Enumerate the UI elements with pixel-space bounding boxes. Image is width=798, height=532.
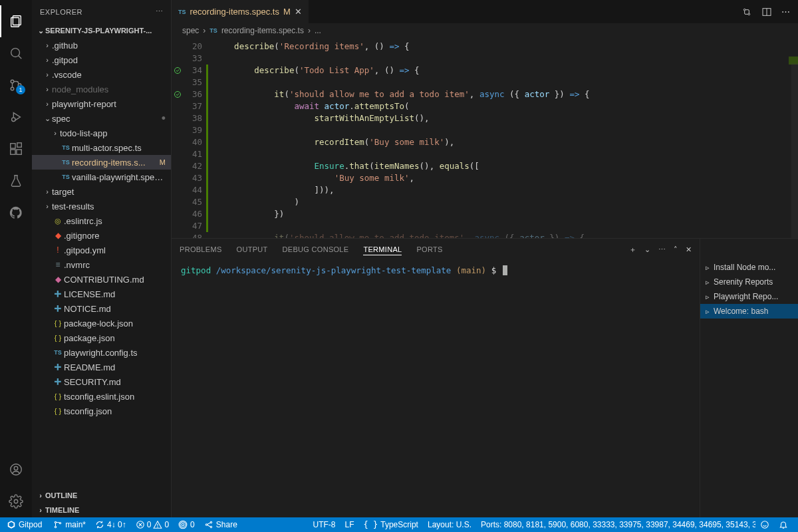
status-ports-warn[interactable]: 0 [174, 517, 200, 532]
timeline-label: TIMELINE [45, 506, 79, 514]
status-branch[interactable]: main* [49, 517, 90, 532]
activity-explorer[interactable] [0, 5, 32, 37]
terminal-task[interactable]: ▹Playwright Repo... [700, 289, 798, 304]
close-icon[interactable]: ✕ [295, 7, 302, 17]
file-item[interactable]: TSvanilla-playwright.spec... [32, 170, 171, 184]
panel-tab-debug-console[interactable]: DEBUG CONSOLE [283, 244, 349, 255]
panel-tabs: PROBLEMSOUTPUTDEBUG CONSOLETERMINALPORTS… [172, 239, 700, 260]
breadcrumb-more[interactable]: ... [315, 26, 321, 35]
chevron-down-icon[interactable]: ⌄ [644, 245, 650, 254]
activity-extensions[interactable] [0, 133, 32, 165]
file-item[interactable]: 🞣README.md [32, 360, 171, 374]
folder-item[interactable]: ›node_modules [32, 82, 171, 96]
timeline-header[interactable]: › TIMELINE [32, 503, 171, 517]
status-ports[interactable]: Ports: 8080, 8181, 5900, 6080, 33333, 33… [476, 517, 755, 532]
json-icon: { } [52, 407, 64, 415]
file-item[interactable]: ◆.gitignore [32, 228, 171, 243]
outline-header[interactable]: › OUTLINE [32, 488, 171, 503]
split-editor-icon[interactable] [761, 7, 772, 17]
activity-bar: 1 [0, 0, 32, 517]
file-item[interactable]: ◆CONTRIBUTING.md [32, 272, 171, 287]
file-item[interactable]: ≡.nvmrc [32, 257, 171, 272]
file-item[interactable]: 🞣SECURITY.md [32, 374, 171, 389]
status-encoding[interactable]: UTF-8 [309, 517, 340, 532]
folder-item[interactable]: ›todo-list-app [32, 126, 171, 140]
file-item[interactable]: { }package.json [32, 331, 171, 345]
file-item[interactable]: !.gitpod.yml [32, 243, 171, 257]
activity-testing[interactable] [0, 165, 32, 197]
activity-scm[interactable]: 1 [0, 69, 32, 101]
svg-line-35 [207, 523, 210, 524]
status-eol[interactable]: LF [340, 517, 359, 532]
status-notifications-icon[interactable] [774, 517, 793, 532]
folder-item[interactable]: ›.vscode [32, 67, 171, 82]
terminal-task[interactable]: ▹Serenity Reports [700, 275, 798, 289]
maximize-panel-icon[interactable]: ˄ [674, 245, 678, 254]
terminal-icon: ▹ [706, 278, 710, 287]
json-icon: { } [52, 334, 64, 342]
breadcrumb-file[interactable]: recording-items.spec.ts [221, 26, 304, 35]
folder-item[interactable]: ›playwright-report [32, 96, 171, 111]
file-item[interactable]: ◎.eslintrc.js [32, 213, 171, 228]
file-item[interactable]: 🞣LICENSE.md [32, 287, 171, 301]
status-language[interactable]: { } TypeScript [359, 517, 423, 532]
project-header[interactable]: ⌄ SERENITY-JS-PLAYWRIGHT-... [32, 23, 171, 38]
status-sync[interactable]: 4↓ 0↑ [90, 517, 131, 532]
terminal-task[interactable]: ▹Welcome: bash [700, 304, 798, 319]
file-item[interactable]: TSplaywright.config.ts [32, 345, 171, 360]
tree-item-label: .nvmrc [64, 260, 166, 270]
activity-github[interactable] [0, 197, 32, 229]
file-item[interactable]: 🞣NOTICE.md [32, 301, 171, 316]
panel-tab-terminal[interactable]: TERMINAL [363, 244, 402, 255]
json-icon: { } [52, 392, 64, 400]
folder-item[interactable]: ›target [32, 184, 171, 199]
tree-item-label: CONTRIBUTING.md [64, 275, 166, 285]
chevron-right-icon: › [43, 70, 52, 78]
folder-item[interactable]: ⌄spec• [32, 111, 171, 126]
compare-changes-icon[interactable] [741, 7, 752, 17]
terminal-task[interactable]: ▹Install Node mo... [700, 260, 798, 275]
svg-rect-9 [11, 150, 15, 154]
file-item[interactable]: { }tsconfig.json [32, 404, 171, 418]
panel-tab-problems[interactable]: PROBLEMS [180, 244, 222, 255]
activity-account[interactable] [0, 454, 32, 485]
status-problems[interactable]: 0 0 [131, 517, 174, 532]
code-editor[interactable]: 2033343536373839404142434445464748 descr… [172, 38, 798, 238]
more-icon[interactable]: ⋯ [781, 7, 790, 17]
tree-item-label: .gitpod.yml [64, 245, 166, 255]
status-share[interactable]: Share [200, 517, 242, 532]
md-icon: 🞣 [52, 362, 64, 372]
file-item[interactable]: TSmulti-actor.spec.ts [32, 140, 171, 155]
tree-item-label: playwright-report [52, 99, 166, 109]
close-panel-icon[interactable]: ✕ [686, 245, 692, 254]
tree-item-label: playwright.config.ts [64, 348, 166, 358]
folder-item[interactable]: ›.github [32, 38, 171, 53]
terminal[interactable]: gitpod /workspace/serenity-js-playwright… [172, 260, 700, 517]
file-item[interactable]: { }package-lock.json [32, 316, 171, 331]
activity-settings[interactable] [0, 485, 32, 517]
more-icon[interactable]: ⋯ [658, 245, 666, 254]
tab-filename: recording-items.spec.ts [190, 7, 279, 17]
bottom-panel: PROBLEMSOUTPUTDEBUG CONSOLETERMINALPORTS… [172, 238, 798, 517]
file-item[interactable]: { }tsconfig.eslint.json [32, 389, 171, 404]
panel-tab-ports[interactable]: PORTS [416, 244, 442, 255]
activity-search[interactable] [0, 37, 32, 69]
file-item[interactable]: TSrecording-items.s...M [32, 155, 171, 170]
status-feedback-icon[interactable] [755, 517, 774, 532]
tree-item-label: NOTICE.md [64, 304, 166, 314]
breadcrumb-folder[interactable]: spec [182, 26, 199, 35]
activity-debug[interactable] [0, 101, 32, 133]
terminal-path: /workspace/serenity-js-playwright-test-t… [216, 265, 452, 275]
ts-icon: TS [178, 9, 186, 15]
breadcrumbs[interactable]: spec › TS recording-items.spec.ts › ... [172, 23, 798, 38]
new-terminal-icon[interactable]: ＋ [629, 245, 636, 255]
tree-item-label: SECURITY.md [64, 377, 166, 387]
folder-item[interactable]: ›test-results [32, 199, 171, 213]
status-gitpod[interactable]: Gitpod [0, 517, 49, 532]
explorer-more-icon[interactable]: ⋯ [156, 7, 164, 16]
status-layout[interactable]: Layout: U.S. [423, 517, 476, 532]
minimap[interactable] [789, 38, 798, 238]
panel-tab-output[interactable]: OUTPUT [237, 244, 268, 255]
editor-tab-active[interactable]: TS recording-items.spec.ts M ✕ [172, 0, 309, 23]
folder-item[interactable]: ›.gitpod [32, 53, 171, 67]
